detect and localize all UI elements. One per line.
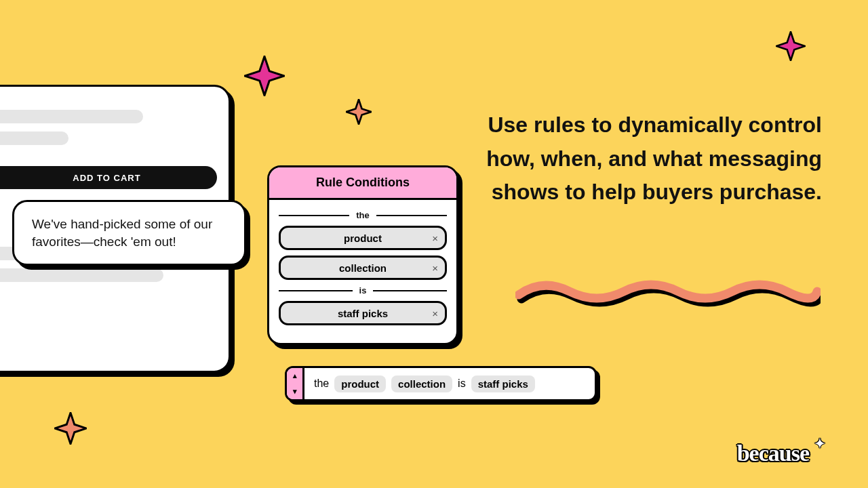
- message-callout: We've hand-picked some of our favorites—…: [12, 200, 246, 266]
- remove-chip-icon[interactable]: ×: [432, 262, 438, 274]
- brand-name: because: [737, 441, 809, 466]
- rule-conditions-title: Rule Conditions: [316, 176, 410, 189]
- summary-tag-collection: collection: [391, 375, 452, 392]
- chip-label: collection: [339, 262, 387, 274]
- summary-tag-product: product: [334, 375, 386, 392]
- skeleton-line: [0, 131, 68, 145]
- connector-the: the: [279, 210, 447, 220]
- sparkle-icon: [776, 31, 806, 61]
- rule-conditions-panel: Rule Conditions the product × collection…: [267, 165, 458, 345]
- chevron-up-icon[interactable]: ▴: [293, 371, 297, 380]
- rule-summary-text: the product collection is staff picks: [304, 368, 595, 399]
- rule-summary-bar: ▴ ▾ the product collection is staff pick…: [285, 366, 597, 401]
- connector-is: is: [279, 285, 447, 296]
- chip-label: staff picks: [338, 308, 388, 319]
- sparkle-icon: [54, 412, 87, 445]
- callout-text: We've hand-picked some of our favorites—…: [32, 217, 212, 249]
- sparkle-icon: [346, 99, 372, 125]
- sparkle-icon: [244, 56, 285, 96]
- skeleton-line: [0, 268, 163, 282]
- summary-word-the: the: [314, 378, 329, 390]
- rule-stepper[interactable]: ▴ ▾: [287, 368, 304, 399]
- remove-chip-icon[interactable]: ×: [432, 308, 438, 319]
- skeleton-line: [0, 110, 143, 123]
- add-to-cart-label: ADD TO CART: [73, 173, 140, 183]
- sparkle-icon: ✦: [814, 436, 825, 451]
- remove-chip-icon[interactable]: ×: [432, 232, 438, 244]
- chip-label: product: [344, 232, 382, 244]
- add-to-cart-button[interactable]: ADD TO CART: [0, 166, 217, 189]
- summary-word-is: is: [458, 378, 466, 390]
- rule-conditions-body: the product × collection × is staff pick…: [269, 200, 456, 343]
- headline-text: Use rules to dynamically control how, wh…: [483, 108, 822, 209]
- rule-conditions-header: Rule Conditions: [269, 167, 456, 200]
- condition-chip-collection[interactable]: collection ×: [279, 256, 447, 280]
- brand-logo: because✦: [737, 439, 827, 466]
- chevron-down-icon[interactable]: ▾: [293, 387, 297, 396]
- condition-chip-product[interactable]: product ×: [279, 226, 447, 250]
- condition-chip-staff-picks[interactable]: staff picks ×: [279, 301, 447, 325]
- wave-underline-icon: [515, 274, 821, 308]
- summary-tag-staff-picks: staff picks: [471, 375, 535, 392]
